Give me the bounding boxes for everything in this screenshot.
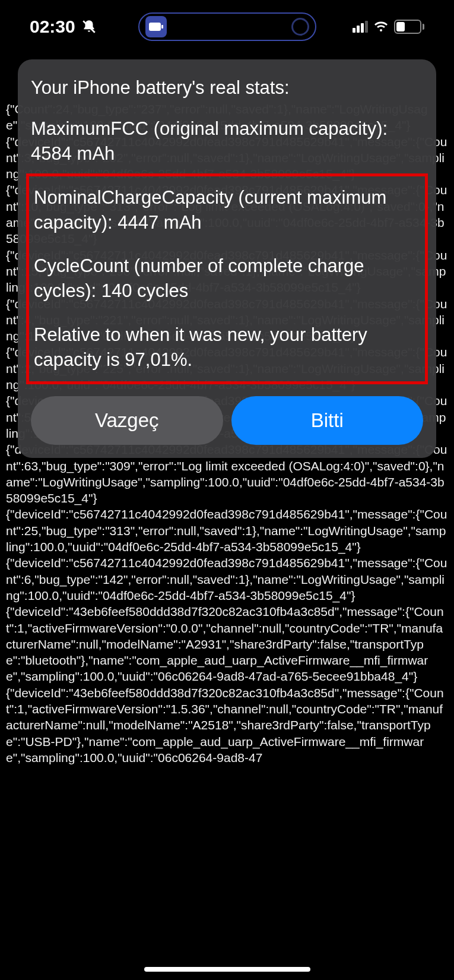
dynamic-island[interactable] xyxy=(138,12,316,41)
alert-relative-text: Relative to when it was new, your batter… xyxy=(34,323,420,372)
home-indicator[interactable] xyxy=(144,967,310,972)
status-bar: 02:30 36 xyxy=(0,0,454,53)
battery-pct-label: 36 xyxy=(403,22,413,32)
svg-rect-2 xyxy=(161,25,163,29)
cancel-button[interactable]: Vazgeç xyxy=(31,396,223,445)
cellular-icon xyxy=(353,21,368,33)
time-label: 02:30 xyxy=(30,17,75,37)
wifi-icon xyxy=(374,21,388,33)
alert-nominal-text: NominalChargeCapacity (current maximum c… xyxy=(34,185,420,235)
alert-dialog: Your iPhone battery's real stats: Maximu… xyxy=(18,59,436,458)
status-right: 36 xyxy=(353,20,424,34)
alert-cycles-text: CycleCount (number of complete charge cy… xyxy=(34,254,420,304)
island-battery-icon xyxy=(145,16,167,37)
status-left: 02:30 xyxy=(30,17,97,37)
highlight-box: NominalChargeCapacity (current maximum c… xyxy=(26,173,428,384)
svg-rect-1 xyxy=(149,23,161,31)
alert-buttons: Vazgeç Bitti xyxy=(31,396,423,445)
island-camera-icon xyxy=(291,18,309,36)
battery-status-icon: 36 xyxy=(394,20,424,34)
alert-maxfcc-text: MaximumFCC (original maximum capacity): … xyxy=(31,116,423,166)
bell-muted-icon xyxy=(81,19,97,34)
alert-title: Your iPhone battery's real stats: xyxy=(31,77,423,99)
done-button[interactable]: Bitti xyxy=(231,396,424,445)
